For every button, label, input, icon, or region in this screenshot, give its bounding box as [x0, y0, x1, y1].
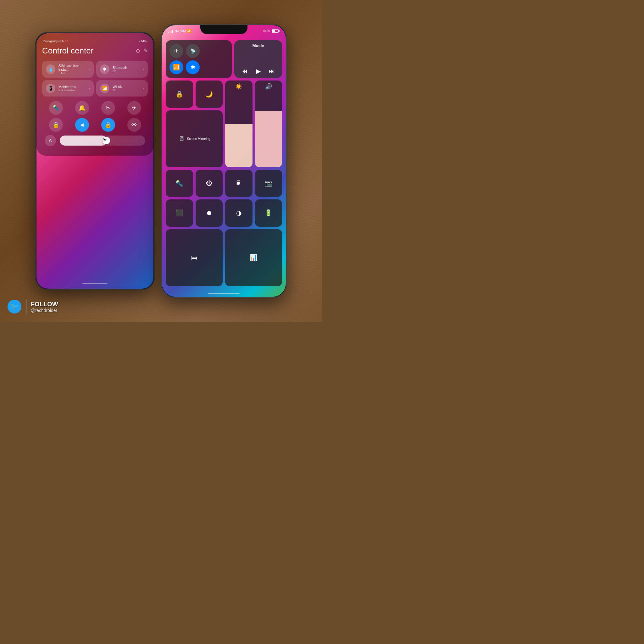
play-btn[interactable]: ▶: [256, 67, 261, 75]
brightness-knob: ☀: [103, 137, 110, 144]
iphone-control-center: ✈ 📡 📶 ✱ Music ⏮ ▶ ⏭: [166, 40, 282, 291]
flashlight-icon: 🔦: [175, 180, 183, 187]
location-btn[interactable]: ◄: [71, 118, 93, 132]
rotation-lock-btn[interactable]: 🔒: [97, 118, 119, 132]
android-mobile-data-tile[interactable]: 📱 Mobile data Not available ›: [42, 80, 94, 97]
screenshot-btn[interactable]: ✂: [97, 101, 119, 115]
edit-icon[interactable]: ✎: [144, 48, 148, 54]
flashlight-btn[interactable]: 🔦: [166, 170, 193, 197]
brightness-slider-block[interactable]: ☀️: [225, 81, 253, 167]
android-status-icons: ▪ 94%: [139, 40, 147, 43]
signal-bar-2: [169, 31, 170, 33]
auto-brightness-icon[interactable]: A: [45, 135, 56, 146]
volume-fill: [255, 111, 282, 167]
flashlight-icon: 🔦: [49, 101, 63, 115]
android-control-center: Emergency calls on ▪ 94% Control center …: [36, 33, 153, 156]
iphone-notch: [200, 25, 247, 34]
brightness-slider-icon: ☀️: [225, 81, 253, 92]
iphone-home-indicator: [208, 293, 240, 294]
android-title-action-icons: ⊙ ✎: [136, 48, 148, 54]
bluetooth-btn[interactable]: ✱: [186, 60, 200, 74]
signal-bars: [168, 30, 173, 33]
calculator-btn[interactable]: 🖩: [225, 170, 253, 197]
sleep-btn[interactable]: 🛏: [166, 229, 223, 286]
rotation-lock-icon: 🔒: [101, 118, 115, 132]
ios-bottom-row: 🛏 📊: [166, 229, 282, 286]
lock-icon: 🔒: [49, 118, 63, 132]
iphone-status-right: 44%: [263, 29, 280, 33]
android-wlan-tile[interactable]: 📶 WLAN Off ›: [96, 80, 148, 97]
screen-record-btn[interactable]: ⏺: [196, 199, 223, 227]
rewind-btn[interactable]: ⏮: [241, 68, 248, 75]
mobile-data-icon: 📱: [46, 84, 55, 93]
battery-tip: [279, 30, 280, 32]
orientation-lock-btn[interactable]: 🔒: [166, 81, 193, 108]
location-icon: ◄: [75, 118, 89, 132]
wlan-tile-arrow: ›: [143, 87, 144, 90]
notification-btn[interactable]: 🔔: [71, 101, 93, 115]
lock-rotation-icon: 🔒: [175, 90, 183, 98]
screen-mirror-icon: 🖥: [178, 135, 185, 142]
timer-btn[interactable]: ⏻: [196, 170, 223, 197]
screen-mirroring-btn[interactable]: 🖥 Screen Mirroring: [166, 110, 223, 167]
signal-bar-3: [171, 31, 172, 33]
sim-tile-icon: 💧: [46, 64, 55, 74]
camera-btn[interactable]: 📷: [255, 170, 282, 197]
android-home-indicator: [82, 283, 108, 284]
lock-btn[interactable]: 🔒: [45, 118, 67, 132]
airplane-mode-btn[interactable]: ✈: [169, 44, 183, 58]
brightness-fill: [225, 124, 253, 167]
settings-icon[interactable]: ⊙: [136, 48, 140, 54]
airplane-btn[interactable]: ✈: [123, 101, 145, 115]
qr-icon: ⬛: [175, 209, 183, 217]
watermark-text: FOLLOW @techdroider: [31, 301, 58, 313]
watermark: 🐦 FOLLOW @techdroider: [8, 299, 58, 314]
android-sim-tile[interactable]: 💧 SIM card isn't insta... -- MB ›: [42, 61, 94, 78]
twitter-icon: 🐦: [8, 300, 21, 314]
eye-icon: 👁: [127, 118, 141, 132]
low-power-btn[interactable]: 🔋: [255, 199, 282, 227]
bluetooth-tile-arrow: ›: [143, 68, 144, 71]
screen-record-icon: ⏺: [206, 209, 212, 217]
ios-extras-row: ⬛ ⏺ ◑ 🔋: [166, 199, 282, 227]
iphone: No SIM 📶 44%: [161, 24, 287, 298]
wifi-status-icon: 📶: [187, 29, 191, 33]
voice-memo-btn[interactable]: 📊: [225, 229, 282, 286]
sleep-icon: 🛏: [191, 254, 197, 261]
iphone-screen: No SIM 📶 44%: [162, 25, 286, 297]
brightness-slider[interactable]: ☀: [60, 136, 145, 146]
android-brightness-row: A ☀: [45, 135, 145, 146]
bluetooth-tile-icon: ✱: [100, 64, 109, 74]
cellular-btn[interactable]: 📡: [186, 44, 200, 58]
brightness-fill: [60, 136, 107, 146]
battery-percentage: 44%: [263, 29, 270, 33]
eye-btn[interactable]: 👁: [123, 118, 145, 132]
mobile-data-subtitle: Not available: [58, 89, 86, 92]
volume-slider-block[interactable]: 🔊: [255, 81, 282, 167]
timer-icon: ⏻: [206, 180, 212, 187]
android-title: Control center ⊙ ✎: [42, 46, 148, 56]
do-not-disturb-btn[interactable]: 🌙: [196, 81, 223, 108]
airplane-icon: ✈: [127, 101, 141, 115]
sim-tile-subtitle: -- MB: [58, 71, 86, 75]
wifi-btn[interactable]: 📶: [169, 60, 183, 74]
dark-mode-btn[interactable]: ◑: [225, 199, 253, 227]
mobile-data-text: Mobile data Not available: [58, 85, 86, 92]
android-status-bar: Emergency calls on ▪ 94%: [42, 40, 148, 43]
android-title-text: Control center: [42, 46, 93, 56]
flashlight-btn[interactable]: 🔦: [45, 101, 67, 115]
sim-tile-title: SIM card isn't insta...: [58, 64, 86, 71]
android-phone: Emergency calls on ▪ 94% Control center …: [35, 32, 155, 290]
mobile-data-arrow: ›: [89, 87, 90, 90]
android-bottom-tiles: 📱 Mobile data Not available › 📶 WLAN Off: [42, 80, 148, 97]
iphone-carrier-info: No SIM 📶: [168, 29, 191, 33]
android-bluetooth-tile[interactable]: ✱ Bluetooth Off ›: [96, 61, 148, 78]
ios-top-row: ✈ 📡 📶 ✱ Music ⏮ ▶ ⏭: [166, 40, 282, 78]
ios-second-row: 🔒 🌙 ☀️ 🔊: [166, 81, 282, 167]
wlan-tile-title: WLAN: [113, 85, 140, 89]
qr-scan-btn[interactable]: ⬛: [166, 199, 193, 227]
bluetooth-tile-title: Bluetooth: [113, 66, 140, 69]
sim-tile-text: SIM card isn't insta... -- MB: [58, 64, 86, 75]
screen-mirror-label: Screen Mirroring: [187, 137, 210, 141]
forward-btn[interactable]: ⏭: [269, 68, 275, 75]
